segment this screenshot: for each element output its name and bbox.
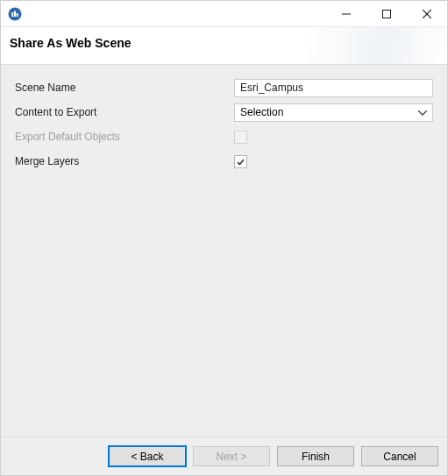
svg-rect-2 (14, 11, 16, 17)
merge-layers-label: Merge Layers (15, 155, 234, 167)
cancel-button[interactable]: Cancel (361, 446, 438, 466)
scene-name-label: Scene Name (15, 82, 234, 94)
dialog-footer: < Back Next > Finish Cancel (1, 437, 447, 475)
svg-rect-5 (383, 10, 391, 18)
export-default-objects-label: Export Default Objects (15, 131, 234, 143)
cancel-button-label: Cancel (383, 451, 416, 463)
content-to-export-select[interactable]: Selection (234, 103, 433, 122)
scene-name-input[interactable] (234, 79, 433, 97)
dialog-title: Share As Web Scene (10, 36, 438, 50)
minimize-button[interactable] (326, 1, 366, 27)
row-content-to-export: Content to Export Selection (15, 102, 433, 123)
finish-button-label: Finish (302, 451, 330, 463)
chevron-down-icon (418, 106, 427, 118)
dialog-body: Scene Name Content to Export Selection E… (1, 64, 447, 437)
svg-rect-3 (17, 13, 18, 17)
window-controls (326, 1, 447, 27)
next-button: Next > (193, 446, 270, 466)
row-scene-name: Scene Name (15, 77, 433, 98)
next-button-label: Next > (216, 451, 246, 463)
content-to-export-value: Selection (240, 106, 283, 118)
merge-layers-checkbox[interactable] (234, 155, 247, 168)
app-icon (8, 7, 22, 21)
finish-button[interactable]: Finish (277, 446, 354, 466)
maximize-button[interactable] (366, 1, 407, 27)
back-button[interactable]: < Back (109, 446, 186, 466)
dialog-header: Share As Web Scene (1, 27, 447, 64)
export-default-objects-checkbox (234, 131, 247, 144)
back-button-label: < Back (131, 451, 163, 463)
close-button[interactable] (407, 1, 447, 27)
dialog-window: Share As Web Scene Scene Name Content to… (0, 0, 448, 476)
content-to-export-label: Content to Export (15, 106, 234, 118)
titlebar (1, 1, 447, 27)
row-export-default-objects: Export Default Objects (15, 126, 433, 147)
svg-rect-1 (11, 12, 13, 17)
row-merge-layers: Merge Layers (15, 151, 433, 172)
